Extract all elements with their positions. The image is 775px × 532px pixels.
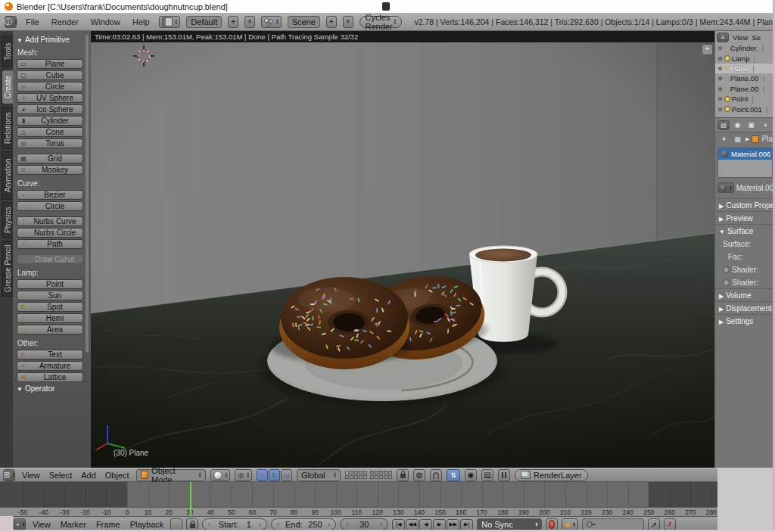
proportional-edit-button[interactable]: ◍ bbox=[413, 469, 425, 481]
frame-start-field[interactable]: ‹Start:1› bbox=[202, 518, 267, 530]
screen-layout-icon[interactable]: ▴▾ bbox=[159, 16, 181, 28]
panel-custom-properties[interactable]: ▶Custom Proper bbox=[715, 198, 775, 211]
close-layout-button[interactable]: × bbox=[244, 16, 255, 28]
add-layout-button[interactable]: + bbox=[228, 16, 238, 28]
outliner-item-lamp[interactable]: ⊕Lamp| bbox=[715, 53, 775, 63]
panel-displacement[interactable]: ▶Displacement bbox=[715, 301, 775, 314]
region-expand-button[interactable]: + bbox=[702, 44, 713, 55]
outliner-editor-type-button[interactable]: ≡ bbox=[717, 33, 729, 42]
add-area-button[interactable]: ▭Area bbox=[17, 325, 83, 334]
jump-to-start-button[interactable]: |◀ bbox=[392, 519, 405, 530]
snap-magnet-button[interactable] bbox=[430, 469, 442, 481]
render-tab-icon[interactable]: ◉ bbox=[732, 120, 743, 130]
add-armature-button[interactable]: YArmature bbox=[17, 361, 83, 371]
jump-to-end-button[interactable]: ▶| bbox=[460, 519, 473, 530]
viewport-shading-selector[interactable]: ▴▾ bbox=[210, 469, 231, 481]
add-cone-button[interactable]: △Cone bbox=[17, 127, 83, 137]
nodes-icon[interactable]: ▦ bbox=[732, 134, 743, 145]
rotate-manipulator-button[interactable]: ↻ bbox=[269, 469, 280, 481]
add-torus-button[interactable]: ◎Torus bbox=[17, 138, 83, 148]
timeline-menu-playback[interactable]: Playback bbox=[127, 520, 167, 529]
add-cube-button[interactable]: ◻Cube bbox=[17, 70, 83, 80]
add-circle-button[interactable]: ○Circle bbox=[17, 201, 83, 211]
timeline-tracks[interactable] bbox=[0, 482, 717, 507]
properties-editor-type-button[interactable]: ▤ bbox=[717, 120, 730, 130]
layers-widget[interactable] bbox=[345, 471, 392, 479]
add-ico-sphere-button[interactable]: ◕Ico Sphere bbox=[17, 104, 83, 114]
scale-manipulator-button[interactable]: ▭ bbox=[281, 469, 292, 481]
insert-keyframe-button[interactable]: ↗ bbox=[648, 518, 660, 530]
material-browse-button[interactable]: ▴▾ bbox=[717, 182, 734, 193]
expand-icon[interactable]: ⊕ bbox=[717, 65, 723, 72]
operator-panel-header[interactable]: ▼Operator bbox=[13, 381, 91, 395]
sync-mode-selector[interactable]: No Sync▴▾ bbox=[477, 518, 542, 530]
timeline-menu-marker[interactable]: Marker bbox=[58, 520, 89, 529]
add-point-button[interactable]: *Point bbox=[17, 279, 83, 289]
toolshelf-scrollbar[interactable] bbox=[86, 35, 89, 353]
play-reverse-button[interactable]: ◀ bbox=[419, 519, 432, 530]
panel-volume[interactable]: ▶Volume bbox=[715, 288, 775, 301]
shader-radio-icon[interactable] bbox=[723, 266, 730, 273]
add-sun-button[interactable]: ☀Sun bbox=[17, 291, 83, 300]
delete-keyframe-button[interactable]: ✗ bbox=[664, 518, 676, 530]
panel-preview[interactable]: ▶Preview bbox=[715, 211, 775, 224]
expand-icon[interactable]: ⊕ bbox=[717, 106, 723, 113]
add-plane-button[interactable]: ▭Plane bbox=[17, 59, 83, 69]
active-keying-set-field[interactable] bbox=[582, 518, 644, 530]
viewport-menu-view[interactable]: View bbox=[20, 471, 42, 480]
current-frame-field[interactable]: ‹30› bbox=[340, 518, 388, 530]
play-button[interactable]: ▶ bbox=[433, 519, 446, 530]
outliner-menu-view[interactable]: View bbox=[733, 33, 748, 42]
panel-surface[interactable]: ▼Surface bbox=[715, 224, 775, 237]
shader-row-2[interactable]: Shader: bbox=[715, 275, 775, 288]
add-nurbs-curve-button[interactable]: ∫Nurbs Curve bbox=[17, 216, 83, 226]
add-primitive-panel-header[interactable]: ▼Add Primitive bbox=[17, 36, 83, 44]
keying-set-selector[interactable]: ◆▴▾ bbox=[562, 518, 578, 530]
outliner-item-plane-00[interactable]: ⊕▽Plane.00| bbox=[715, 84, 775, 94]
outliner-item-plane[interactable]: ⊕▽Plane| bbox=[715, 64, 775, 73]
menu-render[interactable]: Render bbox=[48, 17, 82, 26]
pivot-selector[interactable]: ◎▴▾ bbox=[235, 469, 252, 481]
timeline-editor-type-button[interactable]: ◔▴▾ bbox=[14, 518, 26, 530]
scene-icon[interactable]: ▴▾ bbox=[261, 16, 282, 28]
outliner-item-cylinder-[interactable]: ⊕▽Cylinder.| bbox=[715, 43, 775, 53]
add-spot-button[interactable]: ◤Spot bbox=[17, 302, 83, 312]
orientation-selector[interactable]: Global▴▾ bbox=[297, 469, 341, 481]
toolshelf-tab-grease-pencil[interactable]: Grease Pencil bbox=[2, 241, 13, 297]
timeline-menu-frame[interactable]: Frame bbox=[93, 520, 123, 529]
add-cylinder-button[interactable]: ▮Cylinder bbox=[17, 116, 83, 126]
expand-icon[interactable]: ⊕ bbox=[717, 95, 723, 102]
viewport-menu-select[interactable]: Select bbox=[47, 471, 75, 480]
outliner-item-point[interactable]: ⊕Point| bbox=[715, 94, 775, 104]
pin-icon[interactable]: ✦ bbox=[718, 134, 730, 145]
render-anim-button[interactable]: ▤ bbox=[481, 469, 493, 481]
material-slot-row[interactable]: Material.006 bbox=[718, 148, 772, 160]
world-tab-icon[interactable]: ◑ bbox=[759, 120, 770, 130]
toolshelf-tab-create[interactable]: Create bbox=[2, 70, 13, 104]
timeline-lock-button[interactable] bbox=[186, 518, 198, 530]
expand-icon[interactable]: ⊕ bbox=[717, 75, 723, 82]
render-engine-selector[interactable]: Cycles Render▴▾ bbox=[359, 16, 403, 28]
viewport-editor-type-button[interactable]: ⊞▴▾ bbox=[3, 469, 15, 481]
menu-file[interactable]: File bbox=[23, 17, 42, 26]
close-scene-button[interactable]: × bbox=[343, 16, 353, 28]
translate-manipulator-button[interactable]: + bbox=[257, 469, 268, 481]
render-preview[interactable]: (30) Plane bbox=[91, 42, 714, 468]
add-bezier-button[interactable]: ≈Bezier bbox=[17, 190, 83, 200]
shader-row-1[interactable]: Shader: bbox=[715, 263, 775, 275]
screen-layout-selector[interactable]: Default bbox=[186, 16, 222, 28]
snap-element-button[interactable]: ⇅ bbox=[447, 469, 460, 481]
editor-type-button[interactable]: ⓘ▴▾ bbox=[5, 16, 17, 28]
scene-selector[interactable]: Scene bbox=[288, 16, 320, 28]
add-uv-sphere-button[interactable]: ◔UV Sphere bbox=[17, 93, 83, 103]
next-keyframe-button[interactable]: ▶▶ bbox=[447, 519, 459, 530]
timeline-playhead[interactable] bbox=[190, 482, 191, 516]
render-image-button[interactable]: ◉ bbox=[465, 469, 477, 481]
add-path-button[interactable]: ╱Path bbox=[17, 239, 83, 249]
pause-render-button[interactable] bbox=[498, 469, 510, 481]
shader-radio-icon[interactable] bbox=[723, 279, 730, 286]
panel-settings[interactable]: ▶Settings bbox=[715, 314, 775, 327]
expand-icon[interactable]: ⊕ bbox=[717, 86, 723, 92]
prev-keyframe-button[interactable]: ◀◀ bbox=[406, 519, 419, 530]
3d-viewport[interactable]: Time:03:02.63 | Mem:153.01M, Peak:153.01… bbox=[91, 31, 714, 468]
